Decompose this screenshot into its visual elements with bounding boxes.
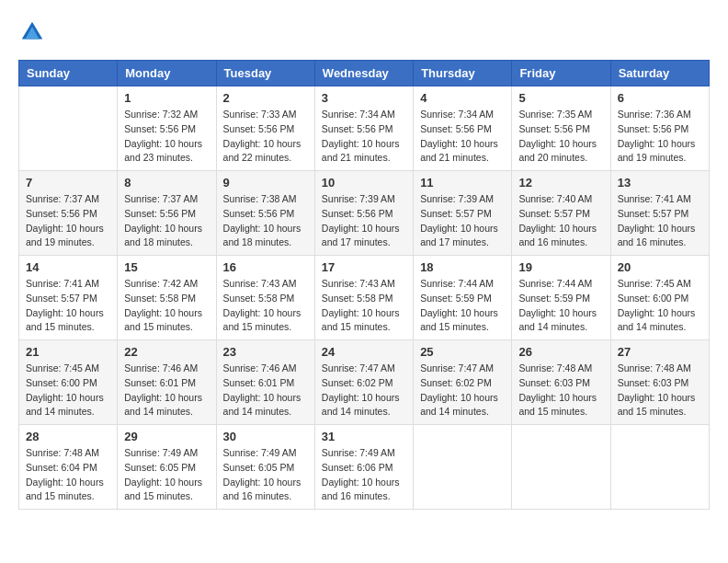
calendar-week-4: 21 Sunrise: 7:45 AMSunset: 6:00 PMDaylig… <box>19 340 710 425</box>
day-info: Sunrise: 7:48 AMSunset: 6:03 PMDaylight:… <box>618 362 702 419</box>
header-tuesday: Tuesday <box>216 61 314 86</box>
day-number: 30 <box>223 430 308 443</box>
day-number: 8 <box>124 176 209 190</box>
day-info: Sunrise: 7:46 AMSunset: 6:01 PMDaylight:… <box>124 362 209 419</box>
day-number: 4 <box>420 91 505 105</box>
day-info: Sunrise: 7:43 AMSunset: 5:58 PMDaylight:… <box>322 277 406 335</box>
calendar-cell: 20 Sunrise: 7:45 AMSunset: 6:00 PMDaylig… <box>610 256 709 340</box>
day-number: 6 <box>618 91 702 105</box>
calendar-cell: 4 Sunrise: 7:34 AMSunset: 5:56 PMDayligh… <box>414 86 512 171</box>
day-number: 20 <box>618 260 702 274</box>
calendar-cell: 21 Sunrise: 7:45 AMSunset: 6:00 PMDaylig… <box>19 340 118 425</box>
day-number: 16 <box>223 260 308 274</box>
calendar-cell: 24 Sunrise: 7:47 AMSunset: 6:02 PMDaylig… <box>314 340 413 425</box>
day-number: 21 <box>26 345 110 359</box>
day-number: 23 <box>223 345 308 359</box>
day-number: 25 <box>420 345 505 359</box>
day-info: Sunrise: 7:42 AMSunset: 5:58 PMDaylight:… <box>124 277 209 335</box>
day-number: 3 <box>322 91 406 105</box>
calendar: SundayMondayTuesdayWednesdayThursdayFrid… <box>18 60 710 510</box>
calendar-cell: 12 Sunrise: 7:40 AMSunset: 5:57 PMDaylig… <box>512 171 610 256</box>
calendar-cell: 7 Sunrise: 7:37 AMSunset: 5:56 PMDayligh… <box>19 171 118 256</box>
day-info: Sunrise: 7:37 AMSunset: 5:56 PMDaylight:… <box>124 192 209 250</box>
header-monday: Monday <box>118 61 216 86</box>
day-info: Sunrise: 7:43 AMSunset: 5:58 PMDaylight:… <box>223 277 308 335</box>
calendar-cell: 6 Sunrise: 7:36 AMSunset: 5:56 PMDayligh… <box>610 86 709 171</box>
day-info: Sunrise: 7:49 AMSunset: 6:05 PMDaylight:… <box>124 446 209 504</box>
calendar-cell: 11 Sunrise: 7:39 AMSunset: 5:57 PMDaylig… <box>414 171 512 256</box>
calendar-header-row: SundayMondayTuesdayWednesdayThursdayFrid… <box>19 61 710 86</box>
day-info: Sunrise: 7:45 AMSunset: 6:00 PMDaylight:… <box>26 362 110 419</box>
day-number: 26 <box>518 345 603 359</box>
day-info: Sunrise: 7:47 AMSunset: 6:02 PMDaylight:… <box>322 362 406 419</box>
calendar-cell: 26 Sunrise: 7:48 AMSunset: 6:03 PMDaylig… <box>512 340 610 425</box>
day-number: 1 <box>124 91 209 105</box>
day-number: 19 <box>518 260 603 274</box>
day-info: Sunrise: 7:45 AMSunset: 6:00 PMDaylight:… <box>618 277 702 335</box>
calendar-cell: 15 Sunrise: 7:42 AMSunset: 5:58 PMDaylig… <box>118 256 216 340</box>
calendar-cell: 28 Sunrise: 7:48 AMSunset: 6:04 PMDaylig… <box>19 425 118 510</box>
day-info: Sunrise: 7:46 AMSunset: 6:01 PMDaylight:… <box>223 362 308 419</box>
day-info: Sunrise: 7:44 AMSunset: 5:59 PMDaylight:… <box>420 277 505 335</box>
calendar-cell: 9 Sunrise: 7:38 AMSunset: 5:56 PMDayligh… <box>216 171 314 256</box>
header-sunday: Sunday <box>19 61 118 86</box>
calendar-cell: 13 Sunrise: 7:41 AMSunset: 5:57 PMDaylig… <box>610 171 709 256</box>
header-wednesday: Wednesday <box>314 61 413 86</box>
calendar-cell: 27 Sunrise: 7:48 AMSunset: 6:03 PMDaylig… <box>610 340 709 425</box>
calendar-cell: 30 Sunrise: 7:49 AMSunset: 6:05 PMDaylig… <box>216 425 314 510</box>
calendar-cell: 3 Sunrise: 7:34 AMSunset: 5:56 PMDayligh… <box>314 86 413 171</box>
day-info: Sunrise: 7:49 AMSunset: 6:06 PMDaylight:… <box>322 446 406 504</box>
calendar-cell: 10 Sunrise: 7:39 AMSunset: 5:56 PMDaylig… <box>314 171 413 256</box>
calendar-cell: 5 Sunrise: 7:35 AMSunset: 5:56 PMDayligh… <box>512 86 610 171</box>
calendar-cell: 1 Sunrise: 7:32 AMSunset: 5:56 PMDayligh… <box>118 86 216 171</box>
day-number: 12 <box>518 176 603 190</box>
page-header <box>18 18 710 46</box>
day-number: 10 <box>322 176 406 190</box>
day-number: 13 <box>618 176 702 190</box>
calendar-cell: 22 Sunrise: 7:46 AMSunset: 6:01 PMDaylig… <box>118 340 216 425</box>
day-number: 29 <box>124 430 209 443</box>
calendar-week-5: 28 Sunrise: 7:48 AMSunset: 6:04 PMDaylig… <box>19 425 710 510</box>
calendar-week-2: 7 Sunrise: 7:37 AMSunset: 5:56 PMDayligh… <box>19 171 710 256</box>
day-number: 14 <box>26 260 110 274</box>
calendar-cell <box>512 425 610 510</box>
day-info: Sunrise: 7:36 AMSunset: 5:56 PMDaylight:… <box>618 108 702 166</box>
day-info: Sunrise: 7:48 AMSunset: 6:03 PMDaylight:… <box>518 362 603 419</box>
day-number: 28 <box>26 430 110 443</box>
day-number: 18 <box>420 260 505 274</box>
day-number: 17 <box>322 260 406 274</box>
day-number: 2 <box>223 91 308 105</box>
calendar-cell: 25 Sunrise: 7:47 AMSunset: 6:02 PMDaylig… <box>414 340 512 425</box>
calendar-cell <box>19 86 118 171</box>
day-info: Sunrise: 7:41 AMSunset: 5:57 PMDaylight:… <box>618 192 702 250</box>
header-friday: Friday <box>512 61 610 86</box>
day-info: Sunrise: 7:44 AMSunset: 5:59 PMDaylight:… <box>518 277 603 335</box>
calendar-week-1: 1 Sunrise: 7:32 AMSunset: 5:56 PMDayligh… <box>19 86 710 171</box>
calendar-cell: 23 Sunrise: 7:46 AMSunset: 6:01 PMDaylig… <box>216 340 314 425</box>
day-info: Sunrise: 7:40 AMSunset: 5:57 PMDaylight:… <box>518 192 603 250</box>
day-number: 7 <box>26 176 110 190</box>
calendar-cell: 18 Sunrise: 7:44 AMSunset: 5:59 PMDaylig… <box>414 256 512 340</box>
day-number: 27 <box>618 345 702 359</box>
day-info: Sunrise: 7:48 AMSunset: 6:04 PMDaylight:… <box>26 446 110 504</box>
calendar-cell: 8 Sunrise: 7:37 AMSunset: 5:56 PMDayligh… <box>118 171 216 256</box>
calendar-cell: 14 Sunrise: 7:41 AMSunset: 5:57 PMDaylig… <box>19 256 118 340</box>
day-info: Sunrise: 7:49 AMSunset: 6:05 PMDaylight:… <box>223 446 308 504</box>
day-info: Sunrise: 7:32 AMSunset: 5:56 PMDaylight:… <box>124 108 209 166</box>
header-saturday: Saturday <box>610 61 709 86</box>
calendar-cell: 31 Sunrise: 7:49 AMSunset: 6:06 PMDaylig… <box>314 425 413 510</box>
day-info: Sunrise: 7:34 AMSunset: 5:56 PMDaylight:… <box>322 108 406 166</box>
calendar-cell: 2 Sunrise: 7:33 AMSunset: 5:56 PMDayligh… <box>216 86 314 171</box>
calendar-cell: 19 Sunrise: 7:44 AMSunset: 5:59 PMDaylig… <box>512 256 610 340</box>
day-info: Sunrise: 7:38 AMSunset: 5:56 PMDaylight:… <box>223 192 308 250</box>
calendar-cell: 17 Sunrise: 7:43 AMSunset: 5:58 PMDaylig… <box>314 256 413 340</box>
day-number: 5 <box>518 91 603 105</box>
logo <box>18 18 50 46</box>
day-number: 9 <box>223 176 308 190</box>
day-number: 11 <box>420 176 505 190</box>
day-number: 31 <box>322 430 406 443</box>
calendar-cell <box>610 425 709 510</box>
day-number: 22 <box>124 345 209 359</box>
day-number: 24 <box>322 345 406 359</box>
calendar-cell <box>414 425 512 510</box>
